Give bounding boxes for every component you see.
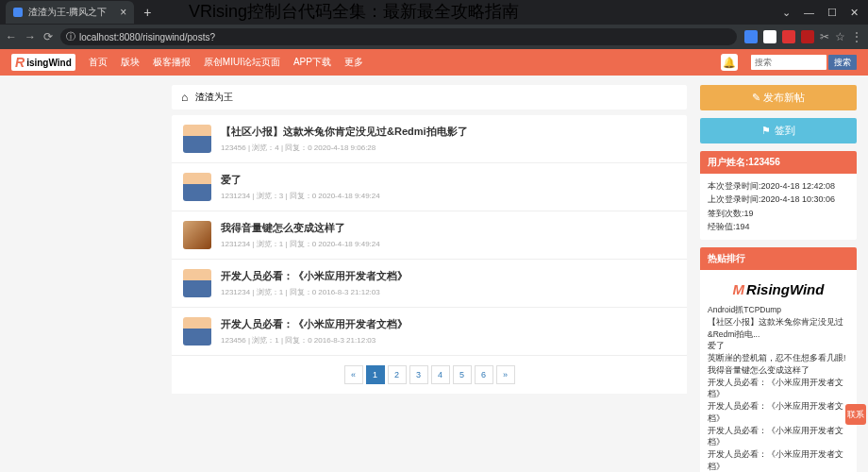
user-info-line: 本次登录时间:2020-4-18 12:42:08 bbox=[708, 179, 849, 193]
user-info-line: 签到次数:19 bbox=[708, 207, 849, 220]
user-panel: 用户姓名:123456 本次登录时间:2020-4-18 12:42:08上次登… bbox=[700, 151, 857, 240]
page-link[interactable]: 3 bbox=[409, 365, 428, 384]
main-column: ⌂ 渣渣为王 【社区小报】这款米兔你肯定没见过&Redmi拍电影了123456 … bbox=[172, 85, 687, 472]
hot-item[interactable]: 【社区小报】这款米兔你肯定没见过&Redmi拍电... bbox=[708, 316, 849, 341]
ext-icon[interactable] bbox=[763, 30, 776, 43]
nav-app[interactable]: APP下载 bbox=[293, 56, 331, 69]
nav-back-icon[interactable]: ← bbox=[6, 30, 17, 43]
search-input[interactable] bbox=[751, 55, 826, 70]
ext-icon[interactable] bbox=[801, 30, 814, 43]
nav-news[interactable]: 极客播报 bbox=[153, 56, 191, 69]
new-tab-button[interactable]: + bbox=[143, 5, 151, 20]
site-navbar: RisingWind 首页 版块 极客播报 原创MIUI论坛页面 APP下载 更… bbox=[0, 49, 868, 76]
url-input[interactable]: ⓘ localhost:8080/risingwind/posts? bbox=[60, 28, 737, 45]
post-title[interactable]: 爱了 bbox=[221, 173, 676, 187]
home-icon[interactable]: ⌂ bbox=[181, 91, 188, 104]
browser-tab[interactable]: 渣渣为王-腾风之下 × bbox=[6, 1, 134, 24]
post-title[interactable]: 开发人员必看：《小米应用开发者文档》 bbox=[221, 269, 676, 283]
page-link[interactable]: 6 bbox=[475, 365, 493, 384]
hot-item[interactable]: 开发人员必看：《小米应用开发者文档》 bbox=[708, 448, 849, 472]
user-header: 用户姓名:123456 bbox=[700, 151, 857, 174]
reload-icon[interactable]: ⟳ bbox=[43, 30, 53, 43]
nav-miui[interactable]: 原创MIUI论坛页面 bbox=[204, 56, 280, 69]
page-link[interactable]: 1 bbox=[366, 365, 385, 384]
maximize-icon[interactable]: ☐ bbox=[827, 7, 837, 19]
post-item[interactable]: 开发人员必看：《小米应用开发者文档》123456 | 浏览：1 | 回复：0 2… bbox=[172, 308, 687, 356]
sidebar: ✎ 发布新帖 ⚑ 签到 用户姓名:123456 本次登录时间:2020-4-18… bbox=[700, 85, 857, 472]
avatar bbox=[183, 269, 211, 297]
page-link[interactable]: 2 bbox=[388, 365, 407, 384]
minimize-icon[interactable]: — bbox=[804, 7, 814, 19]
hot-header: 热贴排行 bbox=[700, 247, 857, 270]
post-title[interactable]: 我得音量键怎么变成这样了 bbox=[221, 221, 676, 235]
nav-boards[interactable]: 版块 bbox=[121, 56, 140, 69]
ext-icon[interactable] bbox=[744, 30, 758, 43]
post-meta: 1231234 | 浏览：1 | 回复：0 2016-8-3 21:12:03 bbox=[221, 287, 676, 297]
address-bar: ← → ⟳ ⓘ localhost:8080/risingwind/posts?… bbox=[0, 25, 868, 49]
post-meta: 123456 | 浏览：1 | 回复：0 2016-8-3 21:12:03 bbox=[221, 335, 676, 346]
favorite-icon[interactable]: ☆ bbox=[835, 30, 845, 43]
tab-title: 渣渣为王-腾风之下 bbox=[28, 6, 107, 19]
post-item[interactable]: 开发人员必看：《小米应用开发者文档》1231234 | 浏览：1 | 回复：0 … bbox=[172, 260, 687, 308]
avatar bbox=[183, 125, 211, 153]
info-icon: ⓘ bbox=[66, 30, 75, 43]
overlay-title: VRising控制台代码全集：最新最全攻略指南 bbox=[189, 0, 519, 23]
breadcrumb: ⌂ 渣渣为王 bbox=[172, 85, 687, 110]
hot-logo: RisingWind bbox=[708, 276, 849, 305]
ext-icon[interactable] bbox=[782, 30, 795, 43]
hot-panel: 热贴排行 RisingWind Android抓TCPDump【社区小报】这款米… bbox=[700, 247, 857, 472]
contact-float[interactable]: 联系 bbox=[845, 404, 866, 425]
page-link[interactable]: 4 bbox=[431, 365, 450, 384]
site-search: 搜索 bbox=[751, 55, 857, 70]
post-meta: 123456 | 浏览：4 | 回复：0 2020-4-18 9:06:28 bbox=[221, 143, 676, 153]
post-title[interactable]: 【社区小报】这款米兔你肯定没见过&Redmi拍电影了 bbox=[221, 125, 676, 139]
page-link[interactable]: 5 bbox=[453, 365, 472, 384]
avatar bbox=[183, 221, 211, 249]
breadcrumb-section[interactable]: 渣渣为王 bbox=[195, 91, 233, 104]
user-info-line: 上次登录时间:2020-4-18 10:30:06 bbox=[708, 193, 849, 206]
page-link[interactable]: « bbox=[344, 365, 363, 384]
site-logo[interactable]: RisingWind bbox=[11, 54, 75, 71]
sign-in-button[interactable]: ⚑ 签到 bbox=[700, 118, 857, 143]
tab-close-icon[interactable]: × bbox=[120, 6, 126, 19]
post-item[interactable]: 爱了1231234 | 浏览：3 | 回复：0 2020-4-18 9:49:2… bbox=[172, 163, 687, 211]
user-info-line: 经验值:194 bbox=[708, 220, 849, 233]
menu-icon[interactable]: ⋮ bbox=[851, 30, 862, 43]
hot-item[interactable]: 开发人员必看：《小米应用开发者文档》 bbox=[708, 425, 849, 449]
new-post-button[interactable]: ✎ 发布新帖 bbox=[700, 85, 857, 110]
post-title[interactable]: 开发人员必看：《小米应用开发者文档》 bbox=[221, 317, 676, 331]
pagination: «123456» bbox=[172, 356, 687, 394]
url-text: localhost:8080/risingwind/posts? bbox=[79, 32, 215, 42]
nav-home[interactable]: 首页 bbox=[89, 56, 108, 69]
hot-item[interactable]: 爱了 bbox=[708, 340, 849, 352]
search-button[interactable]: 搜索 bbox=[828, 55, 857, 70]
post-meta: 1231234 | 浏览：1 | 回复：0 2020-4-18 9:49:24 bbox=[221, 239, 676, 249]
hot-item[interactable]: Android抓TCPDump bbox=[708, 304, 849, 316]
close-icon[interactable]: ✕ bbox=[850, 7, 859, 19]
post-item[interactable]: 我得音量键怎么变成这样了1231234 | 浏览：1 | 回复：0 2020-4… bbox=[172, 211, 687, 260]
nav-more[interactable]: 更多 bbox=[344, 56, 363, 69]
extension-icons: ✂ ☆ ⋮ bbox=[744, 30, 862, 43]
avatar bbox=[183, 317, 211, 346]
hot-item[interactable]: 英断崖的登机箱，忍不住想多看几眼! bbox=[708, 352, 849, 364]
window-controls: ⌄ — ☐ ✕ bbox=[773, 7, 868, 19]
nav-fwd-icon[interactable]: → bbox=[25, 30, 36, 43]
post-item[interactable]: 【社区小报】这款米兔你肯定没见过&Redmi拍电影了123456 | 浏览：4 … bbox=[172, 115, 687, 163]
scissors-icon[interactable]: ✂ bbox=[820, 30, 829, 43]
page-link[interactable]: » bbox=[496, 365, 515, 384]
hot-item[interactable]: 开发人员必看：《小米应用开发者文档》 bbox=[708, 377, 849, 401]
avatar bbox=[183, 173, 211, 201]
bell-icon[interactable]: 🔔 bbox=[721, 54, 738, 71]
post-list: 【社区小报】这款米兔你肯定没见过&Redmi拍电影了123456 | 浏览：4 … bbox=[172, 115, 687, 356]
post-meta: 1231234 | 浏览：3 | 回复：0 2020-4-18 9:49:24 bbox=[221, 191, 676, 201]
hot-item[interactable]: 我得音量键怎么变成这样了 bbox=[708, 364, 849, 377]
chevron-down-icon[interactable]: ⌄ bbox=[782, 7, 791, 19]
hot-item[interactable]: 开发人员必看：《小米应用开发者文档》 bbox=[708, 400, 849, 425]
